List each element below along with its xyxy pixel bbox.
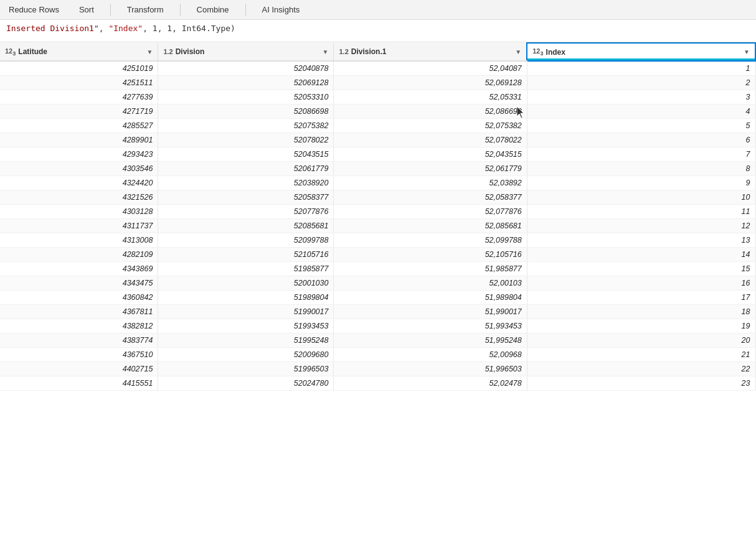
table-cell: 51993453	[158, 319, 334, 333]
table-row: 42776395205331052,053313	[0, 90, 755, 105]
col-header-division1[interactable]: 1.2 Division.1 ▼	[334, 43, 527, 61]
table-cell: 52,061779	[334, 162, 527, 176]
table-cell: 52001030	[158, 276, 334, 291]
data-table: 123 Latitude ▼ 1.2 Division ▼	[0, 42, 756, 391]
table-cell: 52,043515	[334, 147, 527, 162]
table-cell: 51,996503	[334, 362, 527, 376]
col-header-latitude[interactable]: 123 Latitude ▼	[0, 43, 158, 61]
table-cell: 4343475	[0, 276, 158, 291]
type-icon-division1: 1.2	[339, 48, 348, 55]
table-cell: 52075382	[158, 119, 334, 133]
table-row: 42821095210571652,10571614	[0, 248, 755, 262]
table-cell: 51989804	[158, 291, 334, 305]
table-cell: 2	[527, 76, 755, 90]
table-cell: 4	[527, 105, 755, 119]
table-cell: 20	[527, 333, 755, 348]
transform-button[interactable]: Transform	[123, 2, 168, 17]
table-cell: 4382812	[0, 319, 158, 333]
combine-button[interactable]: Combine	[193, 2, 233, 17]
table-container[interactable]: 123 Latitude ▼ 1.2 Division ▼	[0, 42, 756, 550]
col-label-latitude: Latitude	[18, 47, 47, 56]
table-cell: 21	[527, 348, 755, 362]
table-cell: 10	[527, 190, 755, 205]
table-row: 43130085209978852,09978813	[0, 233, 755, 248]
table-cell: 4383774	[0, 333, 158, 348]
table-row: 43244205203892052,038929	[0, 176, 755, 190]
table-cell: 8	[527, 162, 755, 176]
table-row: 43434755200103052,0010316	[0, 276, 755, 291]
table-cell: 4367811	[0, 305, 158, 319]
toolbar-separator-3	[245, 4, 246, 16]
table-cell: 19	[527, 319, 755, 333]
table-row: 43438695198587751,98587715	[0, 262, 755, 276]
table-cell: 52,00968	[334, 348, 527, 362]
table-cell: 52043515	[158, 147, 334, 162]
dropdown-arrow-latitude[interactable]: ▼	[146, 49, 153, 55]
table-row: 44027155199650351,99650322	[0, 362, 755, 376]
table-cell: 3	[527, 90, 755, 105]
table-cell: 14	[527, 248, 755, 262]
table-body: 42510195204087852,0408714251511520691285…	[0, 61, 755, 391]
table-cell: 4277639	[0, 90, 158, 105]
col-header-index[interactable]: 123 Index ▼	[527, 43, 755, 61]
table-cell: 51,989804	[334, 291, 527, 305]
table-cell: 52099788	[158, 233, 334, 248]
table-cell: 4313008	[0, 233, 158, 248]
table-cell: 52,075382	[334, 119, 527, 133]
table-row: 43035465206177952,0617798	[0, 162, 755, 176]
table-cell: 4360842	[0, 291, 158, 305]
type-icon-latitude: 123	[5, 47, 16, 57]
table-cell: 17	[527, 291, 755, 305]
table-cell: 6	[527, 133, 755, 147]
table-cell: 52078022	[158, 133, 334, 147]
sort-button[interactable]: Sort	[75, 2, 98, 17]
type-icon-division: 1.2	[163, 48, 172, 55]
table-cell: 52077876	[158, 205, 334, 219]
table-cell: 52086698	[158, 105, 334, 119]
dropdown-arrow-division[interactable]: ▼	[323, 49, 329, 55]
table-cell: 52105716	[158, 248, 334, 262]
table-cell: 52,077876	[334, 205, 527, 219]
table-cell: 51,985877	[334, 262, 527, 276]
table-cell: 52,099788	[334, 233, 527, 248]
table-row: 44155515202478052,0247823	[0, 376, 755, 391]
table-row: 42899015207802252,0780226	[0, 133, 755, 147]
dropdown-arrow-division1[interactable]: ▼	[515, 49, 521, 55]
ai-insights-button[interactable]: AI Insights	[258, 2, 304, 17]
table-row: 43837745199524851,99524820	[0, 333, 755, 348]
table-cell: 52,069128	[334, 76, 527, 90]
reduce-rows-button[interactable]: Reduce Rows	[5, 2, 63, 17]
dropdown-arrow-index[interactable]: ▼	[744, 49, 750, 55]
table-cell: 4293423	[0, 147, 158, 162]
table-cell: 4321526	[0, 190, 158, 205]
table-cell: 52,03892	[334, 176, 527, 190]
table-cell: 4415551	[0, 376, 158, 391]
table-cell: 4343869	[0, 262, 158, 276]
table-cell: 16	[527, 276, 755, 291]
toolbar-separator-1	[110, 4, 111, 16]
table-cell: 4303546	[0, 162, 158, 176]
table-cell: 51985877	[158, 262, 334, 276]
table-cell: 51990017	[158, 305, 334, 319]
table-cell: 4303128	[0, 205, 158, 219]
table-cell: 52009680	[158, 348, 334, 362]
col-header-division[interactable]: 1.2 Division ▼	[158, 43, 334, 61]
table-cell: 1	[527, 61, 755, 76]
table-cell: 51996503	[158, 362, 334, 376]
table-cell: 4271719	[0, 105, 158, 119]
table-cell: 52,085681	[334, 219, 527, 233]
table-cell: 52061779	[158, 162, 334, 176]
table-row: 42515115206912852,0691282	[0, 76, 755, 90]
table-cell: 51995248	[158, 333, 334, 348]
table-cell: 18	[527, 305, 755, 319]
col-label-index: Index	[546, 48, 565, 57]
table-cell: 52069128	[158, 76, 334, 90]
table-cell: 13	[527, 233, 755, 248]
table-cell: 52,105716	[334, 248, 527, 262]
table-cell: 4289901	[0, 133, 158, 147]
table-cell: 51,993453	[334, 319, 527, 333]
table-cell: 4282109	[0, 248, 158, 262]
formula-bar: Inserted Division1", "Index", 1, 1, Int6…	[0, 20, 756, 42]
table-cell: 52058377	[158, 190, 334, 205]
table-row: 43031285207787652,07787611	[0, 205, 755, 219]
